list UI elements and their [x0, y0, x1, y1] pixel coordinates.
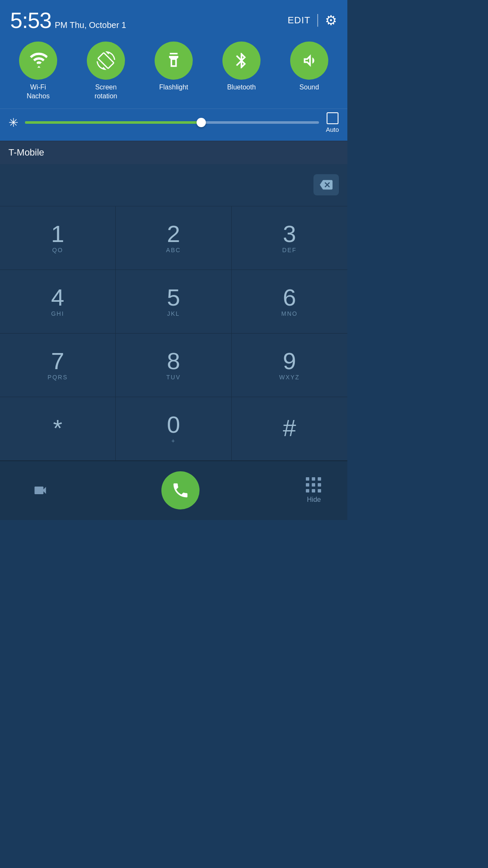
auto-label: Auto: [326, 126, 339, 133]
brightness-row: ✳ Auto: [0, 108, 347, 141]
flashlight-label: Flashlight: [159, 83, 188, 92]
wifi-circle: [19, 42, 57, 80]
vertical-divider: [317, 14, 318, 27]
toggle-flashlight[interactable]: Flashlight: [155, 42, 193, 92]
key-hash[interactable]: #: [232, 397, 347, 461]
video-call-button[interactable]: [25, 479, 55, 502]
toggle-sound[interactable]: Sound: [290, 42, 328, 92]
toggle-bluetooth[interactable]: Bluetooth: [222, 42, 261, 92]
rotation-circle: [87, 42, 125, 80]
quick-toggles: Wi-FiNachos Screenrotation Flashlight Bl…: [0, 37, 347, 108]
key-star[interactable]: *: [0, 397, 116, 461]
toggle-rotation[interactable]: Screenrotation: [87, 42, 125, 101]
key-7[interactable]: 7 PQRS: [0, 334, 116, 397]
status-bar: 5:53 PM Thu, October 1 EDIT ⚙: [0, 0, 347, 37]
key-3[interactable]: 3 DEF: [232, 206, 347, 270]
toggle-wifi[interactable]: Wi-FiNachos: [19, 42, 57, 101]
auto-checkbox[interactable]: [327, 112, 338, 124]
backspace-button[interactable]: [313, 174, 339, 195]
dialer-input[interactable]: [0, 164, 347, 206]
brightness-icon: ✳: [8, 116, 18, 130]
brightness-slider[interactable]: [25, 121, 319, 124]
key-9[interactable]: 9 WXYZ: [232, 334, 347, 397]
rotation-label: Screenrotation: [94, 83, 117, 101]
key-5[interactable]: 5 JKL: [116, 270, 231, 334]
bottom-bar: Hide: [0, 461, 347, 520]
clock-detail: PM Thu, October 1: [55, 20, 126, 30]
key-6[interactable]: 6 MNO: [232, 270, 347, 334]
dialpad-icon: [306, 477, 322, 493]
key-8[interactable]: 8 TUV: [116, 334, 231, 397]
bluetooth-circle: [222, 42, 261, 80]
keypad: 1 QO 2 ABC 3 DEF 4 GHI 5 JKL 6 MNO 7 PQR…: [0, 206, 347, 461]
bluetooth-label: Bluetooth: [227, 83, 256, 92]
status-right: EDIT ⚙: [288, 12, 337, 28]
sound-circle: [290, 42, 328, 80]
call-button[interactable]: [161, 471, 200, 509]
sound-label: Sound: [299, 83, 319, 92]
carrier-name: T-Mobile: [8, 147, 44, 158]
edit-button[interactable]: EDIT: [288, 15, 311, 26]
hide-label: Hide: [307, 496, 321, 504]
brightness-fill: [25, 121, 201, 124]
clock-time: 5:53: [10, 8, 51, 33]
flashlight-circle: [155, 42, 193, 80]
wifi-label: Wi-FiNachos: [27, 83, 50, 101]
time-block: 5:53 PM Thu, October 1: [10, 8, 126, 33]
auto-brightness[interactable]: Auto: [326, 112, 339, 133]
brightness-thumb[interactable]: [197, 118, 206, 127]
key-1[interactable]: 1 QO: [0, 206, 116, 270]
key-0[interactable]: 0 +: [116, 397, 231, 461]
key-2[interactable]: 2 ABC: [116, 206, 231, 270]
key-4[interactable]: 4 GHI: [0, 270, 116, 334]
carrier-bar: T-Mobile: [0, 141, 347, 164]
hide-dialpad-button[interactable]: Hide: [306, 477, 322, 504]
settings-icon[interactable]: ⚙: [325, 12, 337, 28]
